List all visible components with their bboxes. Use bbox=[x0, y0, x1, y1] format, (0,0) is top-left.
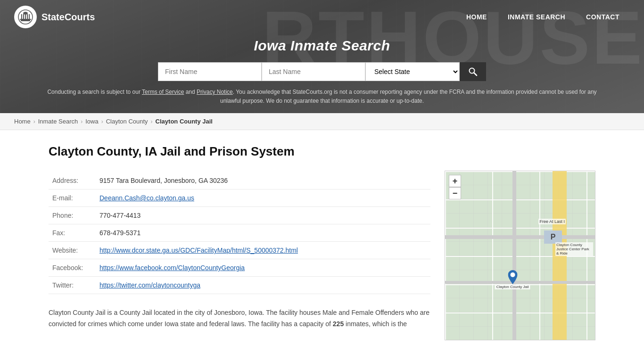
breadcrumb-state[interactable]: Iowa bbox=[85, 118, 98, 125]
email-value: Deeann.Cash@co.clayton.ga.us bbox=[96, 189, 430, 207]
map-road-v1 bbox=[512, 171, 516, 340]
svg-rect-5 bbox=[21, 14, 22, 19]
last-name-input[interactable] bbox=[262, 62, 365, 81]
twitter-label: Twitter: bbox=[49, 277, 96, 294]
disclaimer: Conducting a search is subject to our Te… bbox=[0, 88, 644, 113]
state-select[interactable]: Select State Iowa Georgia Alabama Califo… bbox=[365, 62, 460, 81]
nav-inmate-search[interactable]: INMATE SEARCH bbox=[497, 8, 576, 25]
svg-rect-2 bbox=[20, 19, 31, 20]
nav-contact[interactable]: CONTACT bbox=[576, 8, 630, 25]
map-controls: + − bbox=[449, 175, 461, 199]
table-row: E-mail: Deeann.Cash@co.clayton.ga.us bbox=[49, 189, 430, 207]
privacy-link[interactable]: Privacy Notice bbox=[197, 89, 233, 95]
breadcrumb-county[interactable]: Clayton County bbox=[106, 118, 148, 125]
twitter-value: https://twitter.com/claytoncountyga bbox=[96, 277, 430, 294]
breadcrumb-sep-1: › bbox=[33, 118, 35, 125]
table-row: Website: http://www.dcor.state.ga.us/GDC… bbox=[49, 242, 430, 259]
svg-rect-6 bbox=[29, 14, 30, 19]
twitter-link[interactable]: https://twitter.com/claytoncountyga bbox=[99, 281, 200, 289]
phone-label: Phone: bbox=[49, 207, 96, 224]
svg-rect-8 bbox=[27, 14, 28, 19]
map-marker: Clayton County Jail bbox=[495, 270, 530, 289]
fax-label: Fax: bbox=[49, 224, 96, 242]
top-navigation: StateCourts HOME INMATE SEARCH CONTACT bbox=[0, 0, 644, 34]
map-road-h1 bbox=[445, 235, 595, 239]
disclaimer-text-before: Conducting a search is subject to our bbox=[47, 89, 142, 95]
map-area: P Free At Last I Clayton County Justice … bbox=[445, 171, 595, 340]
map-zoom-out[interactable]: − bbox=[449, 187, 461, 199]
disclaimer-text-after: . You acknowledge that StateCourts.org i… bbox=[220, 89, 597, 104]
map-marker-pin bbox=[508, 270, 517, 283]
nav-home[interactable]: HOME bbox=[456, 8, 497, 25]
nav-links: HOME INMATE SEARCH CONTACT bbox=[456, 8, 630, 25]
terms-link[interactable]: Terms of Service bbox=[142, 89, 184, 95]
disclaimer-and: and bbox=[184, 89, 197, 95]
description-after: inmates, which is the bbox=[344, 320, 407, 328]
hero-title: Iowa Inmate Search bbox=[0, 38, 644, 54]
breadcrumb-current: Clayton County Jail bbox=[156, 118, 213, 125]
breadcrumb-home[interactable]: Home bbox=[14, 118, 31, 125]
first-name-input[interactable] bbox=[158, 62, 262, 81]
breadcrumb: Home › Inmate Search › Iowa › Clayton Co… bbox=[0, 113, 644, 130]
table-row: Fax: 678-479-5371 bbox=[49, 224, 430, 242]
phone-value: 770-477-4413 bbox=[96, 207, 430, 224]
search-bar: Select State Iowa Georgia Alabama Califo… bbox=[0, 62, 644, 88]
hero-section: StateCourts HOME INMATE SEARCH CONTACT I… bbox=[0, 0, 644, 113]
svg-line-10 bbox=[474, 73, 477, 76]
facebook-value: https://www.facebook.com/ClaytonCountyGe… bbox=[96, 259, 430, 277]
logo-text: StateCourts bbox=[41, 12, 95, 23]
map-zoom-in[interactable]: + bbox=[449, 175, 461, 187]
info-table: Address: 9157 Tara Boulevard, Jonesboro,… bbox=[49, 172, 430, 294]
facility-heading: Clayton County, IA Jail and Prison Syste… bbox=[49, 144, 430, 159]
search-button[interactable] bbox=[460, 62, 486, 81]
breadcrumb-inmate-search[interactable]: Inmate Search bbox=[38, 118, 78, 125]
logo-icon bbox=[14, 6, 37, 28]
hero-title-area: Iowa Inmate Search bbox=[0, 34, 644, 62]
facility-info: Clayton County, IA Jail and Prison Syste… bbox=[49, 144, 430, 340]
facebook-label: Facebook: bbox=[49, 259, 96, 277]
breadcrumb-sep-4: › bbox=[151, 118, 153, 125]
breadcrumb-sep-3: › bbox=[101, 118, 103, 125]
table-row: Address: 9157 Tara Boulevard, Jonesboro,… bbox=[49, 172, 430, 189]
map-marker-label: Clayton County Jail bbox=[495, 284, 530, 289]
search-icon bbox=[468, 67, 478, 76]
svg-point-11 bbox=[510, 272, 515, 277]
address-value: 9157 Tara Boulevard, Jonesboro, GA 30236 bbox=[96, 172, 430, 189]
svg-rect-1 bbox=[21, 20, 30, 21]
site-logo[interactable]: StateCourts bbox=[14, 6, 95, 28]
table-row: Phone: 770-477-4413 bbox=[49, 207, 430, 224]
breadcrumb-sep-2: › bbox=[81, 118, 83, 125]
table-row: Facebook: https://www.facebook.com/Clayt… bbox=[49, 259, 430, 277]
main-content: Clayton County, IA Jail and Prison Syste… bbox=[30, 130, 614, 354]
facebook-link[interactable]: https://www.facebook.com/ClaytonCountyGe… bbox=[99, 264, 245, 272]
table-row: Twitter: https://twitter.com/claytoncoun… bbox=[49, 277, 430, 294]
map-parking-label: P bbox=[544, 230, 562, 244]
capacity-value: 225 bbox=[333, 320, 344, 328]
facility-description: Clayton County Jail is a County Jail loc… bbox=[49, 307, 430, 330]
website-link[interactable]: http://www.dcor.state.ga.us/GDC/Facility… bbox=[99, 247, 298, 254]
address-label: Address: bbox=[49, 172, 96, 189]
email-link[interactable]: Deeann.Cash@co.clayton.ga.us bbox=[99, 194, 194, 202]
fax-value: 678-479-5371 bbox=[96, 224, 430, 242]
svg-rect-7 bbox=[23, 14, 24, 19]
map-label-justice: Clayton County Justice Center Park & Rid… bbox=[555, 242, 593, 256]
email-label: E-mail: bbox=[49, 189, 96, 207]
website-value: http://www.dcor.state.ga.us/GDC/Facility… bbox=[96, 242, 430, 259]
website-label: Website: bbox=[49, 242, 96, 259]
map-label-free: Free At Last I bbox=[538, 219, 566, 224]
